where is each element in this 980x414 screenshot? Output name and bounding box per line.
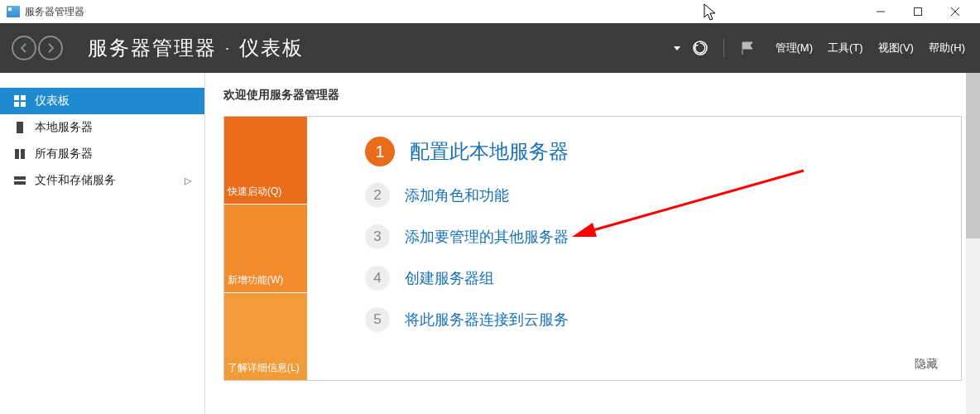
svg-rect-12 bbox=[14, 176, 26, 180]
step-link-label: 添加要管理的其他服务器 bbox=[405, 227, 569, 247]
welcome-title: 欢迎使用服务器管理器 bbox=[223, 88, 962, 103]
svg-rect-13 bbox=[14, 181, 26, 185]
sidebar-item-all-servers[interactable]: 所有服务器 bbox=[0, 141, 204, 167]
breadcrumb-root[interactable]: 服务器管理器 bbox=[88, 35, 217, 61]
step-number-badge: 3 bbox=[365, 224, 390, 249]
header-right: 管理(M) 工具(T) 视图(V) 帮助(H) bbox=[674, 36, 981, 60]
dashboard-icon bbox=[13, 94, 26, 108]
sidebar-item-label: 所有服务器 bbox=[35, 147, 93, 161]
quickstart-tile[interactable]: 快速启动(Q) bbox=[224, 117, 307, 205]
step-add-other-servers[interactable]: 3 添加要管理的其他服务器 bbox=[365, 224, 928, 249]
learnmore-tile[interactable]: 了解详细信息(L) bbox=[224, 293, 307, 380]
sidebar-item-dashboard[interactable]: 仪表板 bbox=[0, 88, 204, 114]
sidebar: 仪表板 本地服务器 所有服务器 文件和存储服务 ▷ bbox=[0, 73, 205, 414]
sidebar-item-file-storage[interactable]: 文件和存储服务 ▷ bbox=[0, 167, 204, 194]
menu-tools[interactable]: 工具(T) bbox=[828, 41, 863, 55]
step-add-roles-features[interactable]: 2 添加角色和功能 bbox=[365, 183, 928, 208]
step-number-badge: 2 bbox=[365, 183, 390, 208]
breadcrumb: 服务器管理器 · 仪表板 bbox=[88, 35, 304, 61]
maximize-button[interactable] bbox=[899, 0, 936, 23]
close-button[interactable] bbox=[936, 0, 973, 23]
step-number-badge: 4 bbox=[365, 266, 390, 291]
menu-help[interactable]: 帮助(H) bbox=[929, 41, 965, 55]
refresh-button[interactable] bbox=[689, 36, 712, 60]
svg-rect-7 bbox=[14, 102, 19, 107]
window-titlebar: 服务器管理器 bbox=[0, 0, 980, 23]
expand-chevron-icon[interactable]: ▷ bbox=[185, 176, 191, 186]
step-connect-cloud[interactable]: 5 将此服务器连接到云服务 bbox=[365, 307, 928, 332]
chevron-right-icon: · bbox=[225, 40, 231, 57]
sidebar-item-label: 仪表板 bbox=[35, 94, 70, 108]
forward-button[interactable] bbox=[38, 36, 63, 60]
step-configure-local-server[interactable]: 1 配置此本地服务器 bbox=[365, 137, 928, 166]
window-title: 服务器管理器 bbox=[25, 5, 84, 19]
step-link-label: 创建服务器组 bbox=[405, 268, 494, 288]
svg-rect-10 bbox=[15, 149, 19, 159]
header-menu: 管理(M) 工具(T) 视图(V) 帮助(H) bbox=[776, 41, 966, 55]
tile-label: 了解详细信息(L) bbox=[228, 361, 305, 375]
step-number-badge: 5 bbox=[365, 307, 390, 332]
svg-rect-5 bbox=[14, 95, 19, 100]
steps-area: 1 配置此本地服务器 2 添加角色和功能 3 添加要管理的其他服务器 4 创建服… bbox=[307, 117, 961, 380]
svg-rect-8 bbox=[21, 102, 26, 107]
svg-rect-11 bbox=[21, 149, 25, 159]
minimize-button[interactable] bbox=[862, 0, 899, 23]
step-link-label: 配置此本地服务器 bbox=[410, 138, 569, 165]
svg-rect-6 bbox=[21, 95, 26, 100]
nav-arrows bbox=[12, 36, 63, 60]
app-icon bbox=[7, 6, 20, 17]
step-create-server-group[interactable]: 4 创建服务器组 bbox=[365, 266, 928, 291]
hide-link[interactable]: 隐藏 bbox=[915, 357, 938, 372]
header-bar: 服务器管理器 · 仪表板 管理(M) 工具(T) 视图(V) 帮助(H) bbox=[0, 23, 980, 73]
svg-rect-1 bbox=[914, 8, 921, 16]
window-controls bbox=[862, 0, 973, 23]
step-link-label: 添加角色和功能 bbox=[405, 185, 509, 205]
step-link-label: 将此服务器连接到云服务 bbox=[405, 310, 569, 330]
sidebar-item-label: 文件和存储服务 bbox=[35, 173, 116, 188]
storage-icon bbox=[13, 174, 26, 187]
menu-manage[interactable]: 管理(M) bbox=[776, 41, 814, 55]
content-area: 欢迎使用服务器管理器 快速启动(Q) 新增功能(W) 了解详细信息(L) 1 配… bbox=[205, 73, 980, 414]
back-button[interactable] bbox=[12, 36, 36, 60]
server-icon bbox=[13, 121, 26, 134]
servers-icon bbox=[13, 147, 26, 161]
step-number-badge: 1 bbox=[365, 137, 395, 166]
tile-label: 快速启动(Q) bbox=[228, 185, 305, 199]
welcome-panel: 快速启动(Q) 新增功能(W) 了解详细信息(L) 1 配置此本地服务器 2 添… bbox=[223, 116, 962, 381]
breadcrumb-dropdown-icon[interactable] bbox=[674, 46, 680, 51]
header-divider bbox=[723, 39, 724, 57]
menu-view[interactable]: 视图(V) bbox=[878, 41, 914, 55]
breadcrumb-page[interactable]: 仪表板 bbox=[239, 35, 304, 61]
sidebar-item-label: 本地服务器 bbox=[35, 120, 93, 135]
scrollbar-thumb[interactable] bbox=[966, 73, 980, 238]
notifications-flag-icon[interactable] bbox=[736, 36, 759, 60]
sidebar-item-local-server[interactable]: 本地服务器 bbox=[0, 114, 204, 141]
left-stack: 快速启动(Q) 新增功能(W) 了解详细信息(L) bbox=[224, 117, 307, 380]
whatsnew-tile[interactable]: 新增功能(W) bbox=[224, 205, 307, 292]
svg-rect-9 bbox=[17, 122, 23, 133]
tile-label: 新增功能(W) bbox=[228, 273, 305, 287]
main-area: 仪表板 本地服务器 所有服务器 文件和存储服务 ▷ 欢迎使用服务器管理器 快速启… bbox=[0, 73, 980, 414]
